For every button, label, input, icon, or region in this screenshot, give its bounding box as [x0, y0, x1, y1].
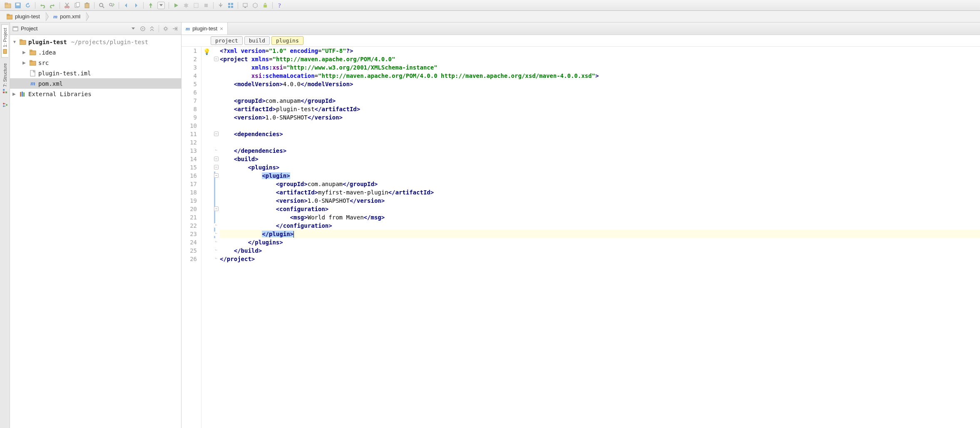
refresh-icon[interactable] [23, 1, 32, 10]
run-config-dropdown[interactable] [157, 2, 165, 9]
code-line[interactable]: <configuration> [220, 205, 980, 213]
svg-rect-46 [20, 92, 21, 97]
tree-item-external-libraries[interactable]: ▶External Libraries [10, 89, 181, 99]
svg-rect-29 [3, 89, 5, 91]
debug-icon[interactable] [182, 1, 191, 10]
intention-gutter: 💡 [201, 47, 213, 428]
tree-arrow-icon[interactable]: ▶ [12, 92, 17, 96]
line-number-gutter: 1234567891011121314151617181920212223242… [182, 47, 201, 428]
code-line[interactable]: <build> [220, 155, 980, 163]
tree-arrow-icon[interactable]: ▶ [22, 60, 27, 65]
collapse-all-icon[interactable] [148, 25, 156, 32]
code-line[interactable]: </build> [220, 246, 980, 255]
code-line[interactable]: <modelVersion>4.0.0</modelVersion> [220, 80, 980, 88]
fold-toggle-icon[interactable]: − [214, 165, 219, 169]
close-icon[interactable]: × [220, 25, 223, 32]
code-line[interactable]: xmlns:xsi="http://www.w3.org/2001/XMLSch… [220, 63, 980, 72]
android-icon[interactable] [261, 1, 270, 10]
find-icon[interactable] [97, 1, 106, 10]
layout-icon[interactable] [226, 1, 235, 10]
tree-arrow-icon[interactable]: ▶ [22, 50, 27, 55]
xml-crumb-project[interactable]: project [211, 36, 243, 45]
tree-item-pom-xml[interactable]: mpom.xml [10, 78, 181, 89]
code-line[interactable]: <artifactId>plugin-test</artifactId> [220, 105, 980, 113]
run-icon[interactable] [172, 1, 181, 10]
code-line[interactable]: </plugins> [220, 238, 980, 246]
forward-icon[interactable] [132, 1, 141, 10]
side-tab-project[interactable]: 1: Project [1, 24, 8, 57]
xml-breadcrumbs: projectbuildplugins [182, 35, 980, 47]
project-tree[interactable]: ▼plugin-test~/projects/plugin-test▶.idea… [10, 35, 181, 428]
tree-arrow-icon[interactable]: ▼ [12, 40, 17, 44]
tree-item--idea[interactable]: ▶.idea [10, 47, 181, 57]
fold-end-icon: ⌙ [214, 223, 219, 228]
code-line[interactable]: </plugin> [220, 230, 980, 238]
copy-icon[interactable] [72, 1, 82, 10]
side-tab-structure[interactable]: 7: Structure [2, 60, 8, 97]
code-line[interactable] [220, 138, 980, 147]
cut-icon[interactable] [62, 1, 72, 10]
scroll-to-source-icon[interactable] [139, 25, 147, 32]
editor-area: m plugin-test × projectbuildplugins 1234… [182, 22, 980, 428]
vcs-side-icon[interactable] [2, 102, 8, 108]
code-line[interactable]: xsi:schemaLocation="http://maven.apache.… [220, 72, 980, 80]
code-content[interactable]: <?xml version="1.0" encoding="UTF-8"?><p… [220, 47, 980, 428]
redo-icon[interactable] [48, 1, 57, 10]
code-line[interactable]: <artifactId>myfirst-maven-plugin</artifa… [220, 188, 980, 197]
code-line[interactable]: <version>1.0-SNAPSHOT</version> [220, 197, 980, 205]
svg-rect-27 [3, 49, 7, 53]
breadcrumb-file[interactable]: m pom.xml [49, 12, 86, 21]
code-line[interactable]: <?xml version="1.0" encoding="UTF-8"?> [220, 47, 980, 55]
code-line[interactable]: <plugins> [220, 163, 980, 172]
code-line[interactable] [220, 88, 980, 97]
code-line[interactable]: <plugin> [220, 172, 980, 180]
code-line[interactable]: <msg>World from Maven</msg> [220, 213, 980, 221]
tree-item-plugin-test-iml[interactable]: plugin-test.iml [10, 68, 181, 78]
replace-icon[interactable] [107, 1, 116, 10]
xml-crumb-plugins[interactable]: plugins [271, 36, 303, 45]
gear-icon[interactable] [162, 25, 169, 32]
tree-item-plugin-test[interactable]: ▼plugin-test~/projects/plugin-test [10, 37, 181, 47]
stop-icon[interactable] [201, 1, 211, 10]
undo-icon[interactable] [38, 1, 47, 10]
make-icon[interactable] [146, 1, 155, 10]
code-editor[interactable]: 1234567891011121314151617181920212223242… [182, 47, 980, 428]
save-icon[interactable] [13, 1, 22, 10]
sdk-icon[interactable] [251, 1, 260, 10]
code-line[interactable]: </configuration> [220, 221, 980, 230]
libs-icon [19, 91, 27, 97]
fold-toggle-icon[interactable]: − [214, 157, 219, 161]
code-line[interactable]: <dependencies> [220, 130, 980, 138]
code-line[interactable]: </dependencies> [220, 147, 980, 155]
help-icon[interactable]: ? [275, 1, 284, 10]
editor-tab-plugin-test[interactable]: m plugin-test × [182, 22, 228, 35]
code-line[interactable]: <groupId>com.anupam</groupId> [220, 97, 980, 105]
chevron-down-icon[interactable] [132, 27, 135, 30]
code-line[interactable]: <project xmlns="http://maven.apache.org/… [220, 55, 980, 63]
avd-icon[interactable] [241, 1, 250, 10]
xml-crumb-build[interactable]: build [244, 36, 270, 45]
code-line[interactable]: </project> [220, 255, 980, 263]
paste-icon[interactable] [82, 1, 92, 10]
open-icon[interactable] [3, 1, 12, 10]
svg-rect-16 [231, 3, 233, 5]
svg-rect-30 [5, 92, 7, 93]
fold-toggle-icon[interactable]: − [214, 57, 219, 61]
tree-label: src [38, 60, 49, 66]
code-line[interactable]: <groupId>com.anupam</groupId> [220, 180, 980, 188]
svg-rect-1 [5, 3, 7, 4]
fold-toggle-icon[interactable]: − [214, 207, 219, 211]
tree-item-src[interactable]: ▶src [10, 57, 181, 68]
fold-toggle-icon[interactable]: − [214, 132, 219, 136]
back-icon[interactable] [122, 1, 131, 10]
breadcrumb-project[interactable]: plugin-test [2, 12, 46, 21]
code-line[interactable] [220, 122, 980, 130]
main-toolbar: ? [0, 0, 980, 11]
intention-bulb-icon[interactable]: 💡 [203, 47, 210, 56]
fold-toggle-icon[interactable]: − [214, 173, 219, 178]
code-line[interactable]: <version>1.0-SNAPSHOT</version> [220, 113, 980, 122]
hide-icon[interactable] [171, 25, 179, 32]
vcs-icon[interactable] [216, 1, 225, 10]
coverage-icon[interactable] [192, 1, 201, 10]
fold-end-icon: ⌙ [214, 240, 219, 244]
